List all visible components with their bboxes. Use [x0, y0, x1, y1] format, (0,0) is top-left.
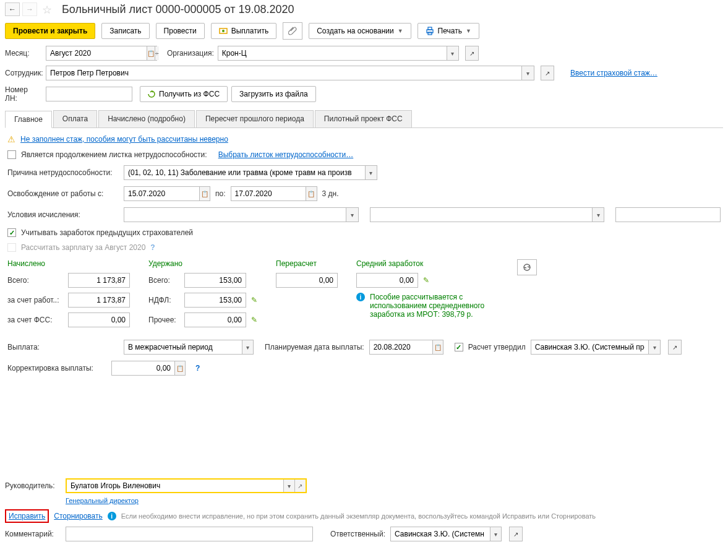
month-stepper[interactable]: ÷	[155, 46, 159, 60]
total-label: Всего:	[7, 276, 63, 285]
responsible-dropdown[interactable]: ▾	[490, 527, 501, 541]
month-label: Месяц:	[5, 49, 42, 58]
chevron-down-icon: ▼	[466, 28, 471, 34]
org-label: Организация:	[167, 49, 214, 58]
attach-button[interactable]	[283, 22, 302, 40]
conditions-input-1[interactable]	[124, 208, 346, 222]
withheld-total-input[interactable]	[184, 273, 246, 288]
recalc-input[interactable]	[276, 273, 338, 288]
correction-input[interactable]	[112, 361, 174, 375]
approved-dropdown[interactable]: ▾	[648, 340, 659, 354]
employee-input[interactable]	[46, 66, 521, 80]
org-open-button[interactable]: ↗	[465, 46, 479, 61]
print-button[interactable]: Печать ▼	[418, 23, 479, 39]
payout-input[interactable]	[124, 340, 242, 354]
consider-prev-checkbox[interactable]	[7, 228, 16, 237]
manager-input[interactable]	[67, 480, 283, 492]
conditions-input-2[interactable]	[370, 208, 593, 222]
approved-checkbox[interactable]	[455, 343, 463, 351]
comment-input[interactable]	[66, 527, 312, 541]
conditions-input-3[interactable]	[616, 208, 720, 222]
svg-point-1	[222, 30, 225, 32]
money-icon	[219, 27, 228, 35]
post-button[interactable]: Провести	[156, 23, 205, 39]
fix-link[interactable]: Исправить	[9, 512, 45, 520]
conditions-label: Условия исчисления:	[7, 210, 119, 219]
manager-dropdown[interactable]: ▾	[283, 480, 294, 492]
load-file-button[interactable]: Загрузить из файла	[231, 86, 316, 102]
accrued-fss-input[interactable]	[68, 312, 130, 327]
tab-main[interactable]: Главное	[5, 111, 52, 128]
manager-label: Руководитель:	[5, 481, 61, 490]
conditions-dropdown-1[interactable]: ▾	[346, 208, 358, 222]
withheld-ndfl-input[interactable]	[184, 293, 246, 308]
date-from-input[interactable]	[124, 187, 199, 200]
edit-other-icon[interactable]: ✎	[251, 316, 257, 324]
withheld-other-input[interactable]	[184, 312, 246, 327]
reason-input[interactable]	[124, 166, 365, 179]
responsible-open-button[interactable]: ↗	[509, 527, 523, 541]
tab-pilot[interactable]: Пилотный проект ФСС	[315, 110, 412, 127]
save-button[interactable]: Записать	[101, 23, 149, 39]
fss-label: за счет ФСС:	[7, 316, 63, 324]
get-fss-button[interactable]: Получить из ФСС	[140, 86, 228, 102]
nav-forward-button[interactable]: →	[22, 2, 37, 16]
employee-dropdown-button[interactable]: ▾	[521, 66, 534, 80]
info-icon: i	[356, 293, 365, 301]
month-calendar-button[interactable]: 📋	[147, 46, 155, 60]
favorite-star-icon[interactable]: ☆	[42, 3, 54, 15]
edit-ndfl-icon[interactable]: ✎	[251, 296, 257, 304]
avg-input[interactable]	[356, 273, 418, 288]
edit-avg-icon[interactable]: ✎	[423, 276, 429, 285]
ln-input[interactable]	[46, 87, 132, 101]
reason-label: Причина нетрудоспособности:	[7, 168, 119, 177]
manager-open[interactable]: ↗	[294, 480, 306, 492]
warning-icon: ⚠	[7, 134, 15, 144]
page-title: Больничный лист 0000-000005 от 19.08.202…	[62, 3, 294, 16]
employee-open-button[interactable]: ↗	[541, 66, 554, 80]
responsible-input[interactable]	[391, 527, 490, 541]
refresh-totals-button[interactable]	[517, 259, 537, 275]
tab-payment[interactable]: Оплата	[53, 110, 97, 127]
continuation-checkbox[interactable]	[7, 150, 16, 159]
plan-date-input[interactable]	[370, 340, 432, 354]
org-dropdown-button[interactable]: ▾	[447, 46, 458, 60]
accrued-total-input[interactable]	[68, 273, 130, 288]
accrued-employer-input[interactable]	[68, 293, 130, 308]
nav-back-button[interactable]: ←	[5, 2, 20, 16]
approved-by-input[interactable]	[531, 340, 649, 354]
post-and-close-button[interactable]: Провести и закрыть	[5, 23, 95, 39]
refresh-icon	[523, 263, 531, 272]
accrued-head: Начислено	[7, 259, 130, 268]
manager-position-link[interactable]: Генеральный директор	[66, 497, 723, 504]
reason-dropdown-button[interactable]: ▾	[365, 166, 377, 179]
correction-help[interactable]: ?	[195, 364, 200, 373]
select-sheet-link[interactable]: Выбрать листок нетрудоспособности…	[218, 150, 354, 159]
correction-calc-button[interactable]: 📋	[174, 361, 185, 375]
conditions-dropdown-2[interactable]: ▾	[592, 208, 604, 222]
warning-link[interactable]: Не заполнен стаж, пособия могут быть рас…	[20, 135, 228, 144]
date-from-calendar[interactable]: 📋	[199, 187, 210, 200]
plan-date-calendar[interactable]: 📋	[432, 340, 443, 354]
consider-prev-label: Учитывать заработок предыдущих страховат…	[21, 228, 193, 237]
calc-salary-checkbox	[7, 243, 16, 252]
pay-button[interactable]: Выплатить	[211, 23, 277, 39]
footer-note: Если необходимо внести исправление, но п…	[121, 512, 596, 520]
insurance-link[interactable]: Ввести страховой стаж…	[570, 69, 657, 77]
svg-rect-3	[428, 27, 432, 30]
create-based-button[interactable]: Создать на основании ▼	[309, 23, 411, 39]
org-input[interactable]	[218, 46, 447, 60]
payout-dropdown[interactable]: ▾	[242, 340, 253, 354]
approved-label: Расчет утвердил	[468, 343, 526, 351]
info-text: Пособие рассчитывается с использованием …	[370, 293, 494, 319]
tab-accrued[interactable]: Начислено (подробно)	[98, 110, 195, 127]
tab-recalc[interactable]: Пересчет прошлого периода	[196, 110, 314, 127]
date-to-calendar[interactable]: 📋	[306, 187, 316, 200]
date-to-input[interactable]	[231, 187, 306, 200]
svg-rect-4	[428, 32, 432, 35]
month-input[interactable]	[46, 46, 147, 60]
help-icon[interactable]: ?	[150, 243, 155, 252]
approved-open-button[interactable]: ↗	[668, 340, 682, 355]
storno-link[interactable]: Сторнировать	[54, 512, 102, 520]
responsible-label: Ответственный:	[330, 530, 385, 538]
